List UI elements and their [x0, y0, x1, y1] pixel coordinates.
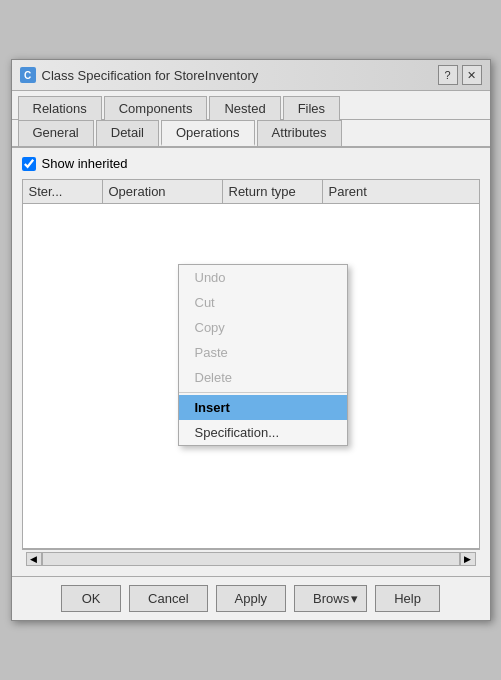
browse-dropdown-icon: ▾	[351, 591, 358, 606]
apply-button[interactable]: Apply	[216, 585, 287, 612]
tab-operations[interactable]: Operations	[161, 120, 255, 146]
tab-row-1: Relations Components Nested Files	[12, 91, 490, 120]
tab-general[interactable]: General	[18, 120, 94, 146]
window-title: Class Specification for StoreInventory	[42, 68, 432, 83]
ctx-copy[interactable]: Copy	[179, 315, 347, 340]
show-inherited-checkbox[interactable]	[22, 157, 36, 171]
window-icon: C	[20, 67, 36, 83]
ctx-divider	[179, 392, 347, 393]
ctx-insert[interactable]: Insert	[179, 395, 347, 420]
help-button[interactable]: ?	[438, 65, 458, 85]
operations-table: Ster... Operation Return type Parent Und…	[22, 179, 480, 549]
close-button[interactable]: ✕	[462, 65, 482, 85]
context-menu: Undo Cut Copy Paste Delete Insert Specif…	[178, 264, 348, 446]
show-inherited-row: Show inherited	[22, 156, 480, 171]
ctx-specification[interactable]: Specification...	[179, 420, 347, 445]
tab-components[interactable]: Components	[104, 96, 208, 120]
button-bar: OK Cancel Apply Brows ▾ Help	[12, 576, 490, 620]
title-buttons: ? ✕	[438, 65, 482, 85]
show-inherited-label: Show inherited	[42, 156, 128, 171]
ctx-paste[interactable]: Paste	[179, 340, 347, 365]
browse-label: Brows	[313, 591, 349, 606]
title-bar: C Class Specification for StoreInventory…	[12, 60, 490, 91]
scroll-left-button[interactable]: ◀	[26, 552, 42, 566]
content-area: Show inherited Ster... Operation Return …	[12, 148, 490, 576]
scrollbar-track[interactable]	[42, 552, 460, 566]
ctx-delete[interactable]: Delete	[179, 365, 347, 390]
help-button-bottom[interactable]: Help	[375, 585, 440, 612]
table-body[interactable]: Undo Cut Copy Paste Delete Insert Specif…	[23, 204, 479, 546]
col-header-ster: Ster...	[23, 180, 103, 203]
ctx-undo[interactable]: Undo	[179, 265, 347, 290]
main-window: C Class Specification for StoreInventory…	[11, 59, 491, 621]
tab-row-2: General Detail Operations Attributes	[12, 120, 490, 148]
tab-nested[interactable]: Nested	[209, 96, 280, 120]
ctx-cut[interactable]: Cut	[179, 290, 347, 315]
tab-files[interactable]: Files	[283, 96, 340, 120]
ok-button[interactable]: OK	[61, 585, 121, 612]
tab-detail[interactable]: Detail	[96, 120, 159, 146]
tab-relations[interactable]: Relations	[18, 96, 102, 120]
col-header-parent: Parent	[323, 180, 479, 203]
horizontal-scrollbar: ◀ ▶	[22, 549, 480, 568]
browse-button[interactable]: Brows ▾	[294, 585, 367, 612]
table-header: Ster... Operation Return type Parent	[23, 180, 479, 204]
scroll-right-button[interactable]: ▶	[460, 552, 476, 566]
col-header-return-type: Return type	[223, 180, 323, 203]
tab-attributes[interactable]: Attributes	[257, 120, 342, 146]
cancel-button[interactable]: Cancel	[129, 585, 207, 612]
col-header-operation: Operation	[103, 180, 223, 203]
